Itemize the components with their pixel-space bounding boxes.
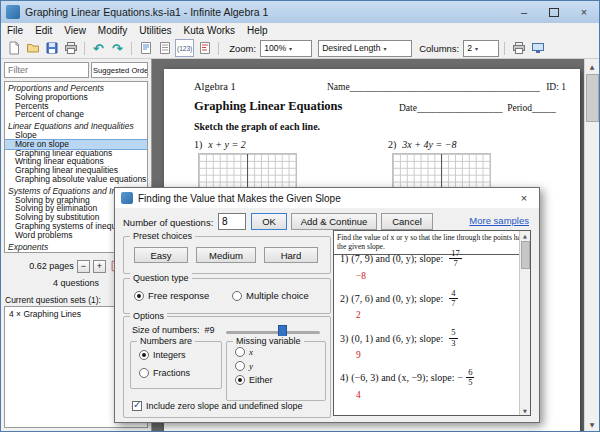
menu-modify[interactable]: Modify — [92, 25, 133, 36]
missing-y-radio[interactable]: y — [235, 361, 253, 371]
spacing-value: Desired Length — [322, 43, 380, 53]
zoom-dropdown[interactable]: 100% — [260, 40, 312, 57]
num-questions-input[interactable] — [218, 213, 246, 230]
spacing-dropdown[interactable]: Desired Length — [318, 40, 412, 57]
directions-icon[interactable] — [137, 40, 154, 56]
radio-icon — [139, 350, 149, 360]
filter-input[interactable] — [4, 62, 89, 78]
order-dropdown[interactable]: Suggested Order — [91, 62, 148, 78]
ok-button[interactable]: OK — [251, 213, 287, 230]
answer-value: 4 — [356, 390, 517, 400]
multiple-choice-radio[interactable]: Multiple choice — [232, 290, 309, 301]
toolbar-separator — [84, 42, 85, 55]
minimize-button[interactable]: – — [509, 1, 539, 23]
scroll-down-icon[interactable] — [520, 406, 530, 415]
open-folder-icon[interactable] — [24, 40, 41, 56]
answer-value: 2 — [356, 310, 517, 320]
menubar: File Edit View Modify Utilities Kuta Wor… — [1, 23, 599, 38]
dialog-body: Number of questions: OK Add & Continue C… — [115, 208, 539, 422]
order-value: Suggested Order — [93, 66, 148, 75]
titlebar: Graphing Linear Equations.ks-ia1 - Infin… — [1, 1, 599, 23]
question-set-icon[interactable] — [156, 40, 173, 56]
missing-variable-legend: Missing variable — [233, 336, 304, 346]
columns-value: 2 — [467, 43, 472, 53]
radio-icon — [235, 375, 245, 385]
menu-edit[interactable]: Edit — [29, 25, 58, 36]
medium-button[interactable]: Medium — [196, 247, 256, 263]
topic-item[interactable]: Percent of change — [5, 110, 147, 119]
topic-item[interactable]: Graphing absolute value equations — [5, 175, 147, 184]
preview-problem: 4) (−6, 3) and (x, −9); slope: − 6 5 4 — [340, 368, 517, 400]
maximize-button[interactable] — [539, 1, 569, 23]
dialog-titlebar: Finding the Value that Makes the Given S… — [115, 188, 539, 208]
preset-choices-group: Preset choices Easy Medium Hard — [123, 236, 331, 274]
pages-increase-button[interactable]: + — [93, 260, 106, 273]
scroll-up-icon[interactable] — [585, 59, 599, 73]
main-scrollbar[interactable] — [584, 59, 599, 431]
scroll-down-icon[interactable] — [585, 417, 599, 431]
print-icon[interactable] — [62, 40, 79, 56]
radio-icon — [134, 291, 144, 301]
size-of-numbers-label: Size of numbers: #9 — [132, 325, 215, 335]
add-continue-button[interactable]: Add & Continue — [291, 213, 377, 230]
print-all-icon[interactable] — [510, 40, 527, 56]
question-sets-label: Current question sets (1): — [5, 295, 101, 305]
preview-scrollbar[interactable] — [519, 231, 530, 415]
scroll-up-icon[interactable] — [520, 231, 530, 240]
include-zero-slope-checkbox[interactable]: Include zero slope and undefined slope — [132, 401, 303, 411]
numbering-icon[interactable]: (123) — [175, 39, 194, 57]
missing-x-radio[interactable]: x — [235, 347, 253, 357]
numbers-are-group: Numbers are Integers Fractions — [130, 341, 222, 389]
dialog-title: Finding the Value that Makes the Given S… — [138, 193, 509, 204]
redo-icon[interactable] — [109, 40, 126, 56]
question-type-group: Question type Free response Multiple cho… — [123, 278, 331, 314]
toolbar-separator — [504, 42, 505, 55]
columns-dropdown[interactable]: 2 — [463, 40, 499, 57]
integers-radio[interactable]: Integers — [139, 350, 186, 360]
radio-icon — [139, 368, 149, 378]
radio-icon — [232, 291, 242, 301]
fractions-radio[interactable]: Fractions — [139, 368, 190, 378]
worksheet-course: Algebra 1 — [194, 81, 236, 92]
cancel-button[interactable]: Cancel — [381, 213, 433, 230]
free-response-radio[interactable]: Free response — [134, 290, 209, 301]
zoom-label: Zoom: — [229, 43, 256, 54]
easy-button[interactable]: Easy — [134, 247, 188, 263]
slope-fraction: 4 7 — [449, 289, 457, 309]
worksheet-title: Graphing Linear Equations — [194, 99, 342, 114]
save-icon[interactable] — [43, 40, 60, 56]
toolbar: (123) Zoom: 100% Desired Length Columns:… — [1, 38, 599, 59]
missing-either-radio[interactable]: Either — [235, 375, 273, 385]
scrollbar-thumb[interactable] — [586, 74, 599, 122]
num-questions-label: Number of questions: — [123, 217, 213, 228]
answers-icon[interactable] — [196, 40, 213, 56]
pages-count: 0.62 pages — [29, 261, 74, 271]
menu-view[interactable]: View — [58, 25, 92, 36]
worksheet-problem-2: 2)3x + 4y = −8 — [388, 139, 456, 150]
app-icon — [6, 5, 20, 19]
worksheet-id: ID: 1 — [546, 82, 566, 92]
menu-utilities[interactable]: Utilities — [133, 25, 177, 36]
hard-button[interactable]: Hard — [264, 247, 318, 263]
columns-label: Columns: — [419, 43, 459, 54]
close-button[interactable]: × — [569, 1, 599, 23]
radio-icon — [235, 361, 245, 371]
menu-kuta-works[interactable]: Kuta Works — [178, 25, 242, 36]
question-type-legend: Question type — [130, 273, 192, 283]
new-document-icon[interactable] — [5, 40, 22, 56]
window-title: Graphing Linear Equations.ks-ia1 - Infin… — [25, 6, 509, 18]
pages-decrease-button[interactable]: − — [77, 260, 90, 273]
worksheet-name-line: Name____________________________________… — [327, 82, 540, 92]
more-samples-link[interactable]: More samples — [469, 215, 529, 226]
slope-fraction: 5 3 — [449, 328, 457, 348]
preview-problems: 1) (7, 9) and (0, y); slope: 17 7 −8 — [340, 249, 517, 415]
numbers-are-legend: Numbers are — [137, 336, 195, 346]
preview-problem: 3) (0, 1) and (6, y); slope: 5 3 9 — [340, 328, 517, 360]
screen-icon[interactable] — [529, 40, 546, 56]
dialog-close-button[interactable]: × — [509, 188, 539, 208]
menu-file[interactable]: File — [1, 25, 29, 36]
undo-icon[interactable] — [90, 40, 107, 56]
scrollbar-thumb[interactable] — [521, 241, 530, 269]
worksheet-problem-1: 1)x + y = 2 — [194, 139, 246, 150]
menu-help[interactable]: Help — [241, 25, 274, 36]
